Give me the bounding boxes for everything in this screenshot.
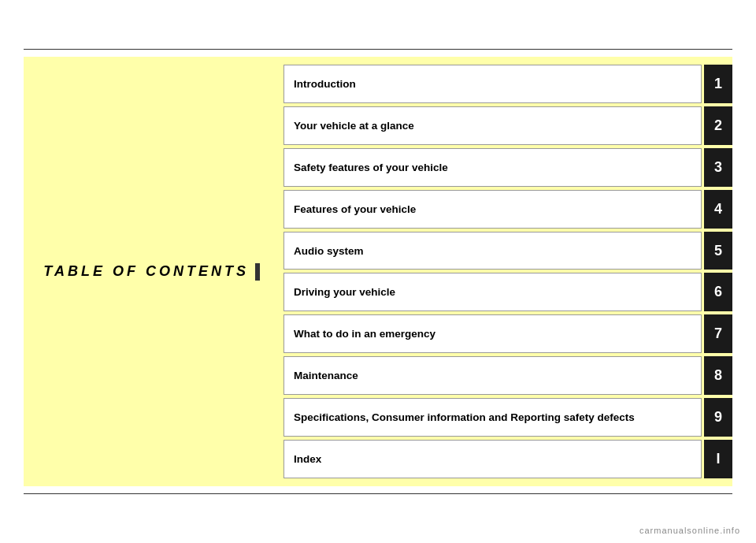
toc-item-label-1[interactable]: Introduction [284, 65, 702, 103]
toc-item-label-2[interactable]: Your vehicle at a glance [284, 106, 702, 145]
left-panel: TABLE OF CONTENTS [24, 57, 276, 486]
toc-row[interactable]: What to do in an emergency7 [284, 314, 732, 353]
toc-item-label-3[interactable]: Safety features of your vehicle [284, 148, 702, 187]
toc-title-text: TABLE OF CONTENTS [43, 263, 249, 280]
toc-item-number-7: 7 [704, 314, 732, 353]
toc-row[interactable]: Your vehicle at a glance2 [284, 106, 732, 145]
toc-row[interactable]: Features of your vehicle4 [284, 190, 732, 229]
toc-item-label-8[interactable]: Maintenance [284, 356, 702, 395]
toc-item-number-8: 8 [704, 356, 732, 395]
toc-item-label-4[interactable]: Features of your vehicle [284, 190, 702, 229]
bottom-divider [24, 493, 732, 494]
toc-item-label-9[interactable]: Specifications, Consumer information and… [284, 398, 702, 437]
toc-item-label-7[interactable]: What to do in an emergency [284, 314, 702, 353]
watermark: carmanualsonline.info [639, 526, 740, 535]
toc-item-number-1: 1 [704, 65, 732, 103]
top-divider [24, 49, 732, 50]
toc-item-number-5: 5 [704, 232, 732, 270]
toc-item-number-2: 2 [704, 106, 732, 145]
toc-row[interactable]: Specifications, Consumer information and… [284, 398, 732, 437]
toc-row[interactable]: Maintenance8 [284, 356, 732, 395]
toc-item-label-6[interactable]: Driving your vehicle [284, 273, 702, 311]
toc-title: TABLE OF CONTENTS [43, 263, 260, 281]
toc-item-number-10: I [704, 440, 732, 478]
main-container: TABLE OF CONTENTS Introduction1Your vehi… [24, 57, 732, 486]
toc-item-number-3: 3 [704, 148, 732, 187]
toc-row[interactable]: Introduction1 [284, 65, 732, 103]
toc-row[interactable]: Audio system5 [284, 232, 732, 270]
toc-row[interactable]: Safety features of your vehicle3 [284, 148, 732, 187]
toc-title-marker [255, 263, 260, 281]
toc-list: Introduction1Your vehicle at a glance2Sa… [276, 57, 732, 486]
toc-item-number-4: 4 [704, 190, 732, 229]
toc-item-number-6: 6 [704, 273, 732, 311]
toc-item-label-5[interactable]: Audio system [284, 232, 702, 270]
toc-item-number-9: 9 [704, 398, 732, 437]
toc-row[interactable]: Driving your vehicle6 [284, 273, 732, 311]
toc-item-label-10[interactable]: Index [284, 440, 702, 478]
toc-row[interactable]: IndexI [284, 440, 732, 478]
